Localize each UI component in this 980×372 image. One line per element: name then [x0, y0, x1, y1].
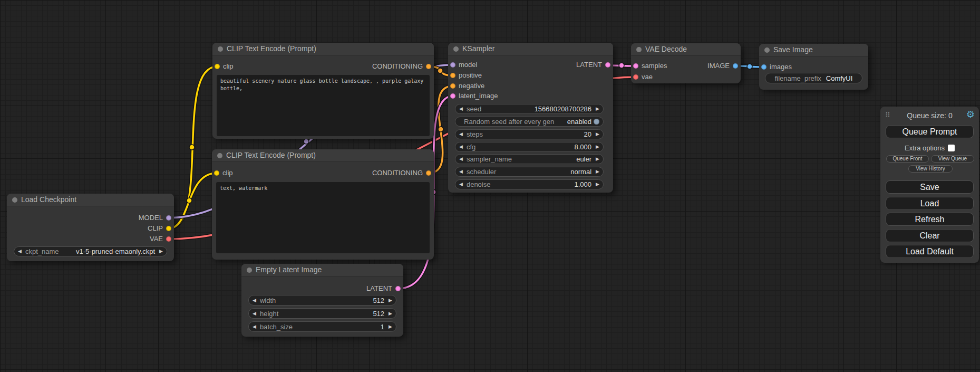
link-midpoint-dot: [304, 139, 309, 144]
node-save-image[interactable]: Save Image images filename_prefix ComfyU…: [759, 44, 868, 90]
widget-value: v1-5-pruned-emaonly.ckpt: [76, 247, 155, 255]
queue-front-button[interactable]: Queue Front: [886, 155, 929, 163]
decrement-arrow-icon[interactable]: ◀: [459, 157, 463, 161]
random-seed-toggle-widget[interactable]: Random seed after every gen enabled: [455, 117, 604, 127]
height-widget[interactable]: ◀ height 512 ▶: [248, 308, 396, 319]
view-history-button[interactable]: View History: [908, 165, 953, 173]
collapse-dot-icon[interactable]: [764, 47, 770, 53]
node-clip-text-encode-negative[interactable]: CLIP Text Encode (Prompt) clip CONDITION…: [212, 149, 434, 260]
latent-image-input-slot: latent_image: [448, 92, 613, 100]
model-input-port[interactable]: [450, 62, 455, 68]
queue-panel-header: ⠿ Queue size: 0 ⚙: [880, 111, 979, 121]
extra-options-label: Extra options: [905, 144, 945, 152]
collapse-dot-icon[interactable]: [12, 197, 17, 203]
conditioning-output-port[interactable]: [426, 64, 431, 69]
width-widget[interactable]: ◀ width 512 ▶: [248, 295, 396, 306]
collapse-dot-icon[interactable]: [217, 153, 222, 158]
node-title: KSampler: [448, 43, 613, 55]
queue-size-label: Queue size: 0: [880, 111, 979, 120]
positive-prompt-textarea[interactable]: beautiful scenery nature glass bottle la…: [217, 75, 430, 136]
clip-input-port[interactable]: [214, 170, 219, 176]
link-midpoint-dot: [619, 63, 624, 68]
node-graph-canvas[interactable]: Load Checkpoint MODEL CLIP VAE ◀ ckpt_na…: [0, 0, 980, 372]
refresh-button[interactable]: Refresh: [886, 213, 974, 226]
images-input-slot: images: [759, 63, 868, 71]
decrement-arrow-icon[interactable]: ◀: [459, 145, 463, 149]
positive-input-port[interactable]: [450, 73, 455, 78]
increment-arrow-icon[interactable]: ▶: [596, 157, 599, 161]
vae-input-port[interactable]: [633, 74, 638, 80]
view-queue-button[interactable]: View Queue: [931, 155, 974, 163]
toggle-dot-icon[interactable]: [594, 119, 599, 125]
vae-output-port[interactable]: [166, 236, 171, 242]
ckpt-name-widget[interactable]: ◀ ckpt_name v1-5-pruned-emaonly.ckpt ▶: [14, 246, 167, 256]
load-button[interactable]: Load: [886, 197, 974, 210]
decrement-arrow-icon[interactable]: ◀: [459, 107, 463, 111]
node-title: Load Checkpoint: [7, 194, 174, 206]
link-midpoint-dot: [187, 198, 192, 203]
negative-prompt-textarea[interactable]: text, watermark: [216, 182, 430, 253]
link-midpoint-dot: [747, 64, 752, 69]
collapse-dot-icon[interactable]: [247, 268, 252, 273]
node-load-checkpoint[interactable]: Load Checkpoint MODEL CLIP VAE ◀ ckpt_na…: [7, 194, 174, 261]
node-empty-latent-image[interactable]: Empty Latent Image LATENT ◀ width 512 ▶ …: [241, 264, 403, 337]
negative-input-port[interactable]: [450, 83, 455, 89]
cfg-widget[interactable]: ◀ cfg 8.000 ▶: [455, 142, 604, 152]
increment-arrow-icon[interactable]: ▶: [389, 325, 392, 329]
seed-widget[interactable]: ◀ seed 156680208700286 ▶: [455, 104, 604, 114]
conditioning-output-port[interactable]: [426, 170, 431, 176]
samples-input-slot: samples IMAGE: [631, 62, 741, 70]
latent-output-slot: LATENT: [241, 284, 403, 293]
extra-options-row: Extra options: [880, 145, 979, 152]
increment-arrow-icon[interactable]: ▶: [596, 145, 599, 149]
node-ksampler[interactable]: KSampler model LATENT positive negative …: [448, 43, 613, 193]
scheduler-widget[interactable]: ◀ scheduler normal ▶: [455, 167, 604, 177]
decrement-arrow-icon[interactable]: ◀: [459, 182, 463, 187]
collapse-dot-icon[interactable]: [636, 47, 642, 52]
save-button[interactable]: Save: [886, 180, 974, 194]
gear-icon[interactable]: ⚙: [966, 110, 975, 119]
sampler-name-widget[interactable]: ◀ sampler_name euler ▶: [455, 154, 604, 164]
clear-button[interactable]: Clear: [886, 229, 974, 242]
model-output-slot: MODEL: [7, 214, 174, 222]
queue-prompt-button[interactable]: Queue Prompt: [886, 125, 974, 138]
increment-arrow-icon[interactable]: ▶: [596, 107, 599, 111]
increment-arrow-icon[interactable]: ▶: [159, 249, 163, 254]
latent-output-port[interactable]: [605, 62, 610, 68]
decrement-arrow-icon[interactable]: ◀: [459, 169, 463, 174]
node-title: Save Image: [759, 44, 868, 56]
extra-options-checkbox[interactable]: [948, 145, 955, 151]
samples-input-port[interactable]: [633, 63, 638, 69]
decrement-arrow-icon[interactable]: ◀: [253, 298, 256, 303]
image-output-port[interactable]: [733, 63, 738, 69]
decrement-arrow-icon[interactable]: ◀: [18, 249, 22, 254]
increment-arrow-icon[interactable]: ▶: [389, 298, 392, 303]
load-default-button[interactable]: Load Default: [886, 245, 974, 258]
latent-image-input-port[interactable]: [450, 93, 455, 99]
node-clip-text-encode-positive[interactable]: CLIP Text Encode (Prompt) clip CONDITION…: [212, 43, 434, 139]
filename-prefix-widget[interactable]: filename_prefix ComfyUI: [765, 73, 862, 83]
queue-panel[interactable]: ⠿ Queue size: 0 ⚙ Queue Prompt Extra opt…: [880, 107, 979, 263]
decrement-arrow-icon[interactable]: ◀: [459, 132, 463, 137]
denoise-widget[interactable]: ◀ denoise 1.000 ▶: [455, 179, 604, 189]
clip-output-slot: CLIP: [7, 224, 174, 233]
increment-arrow-icon[interactable]: ▶: [596, 169, 599, 174]
batch-size-widget[interactable]: ◀ batch_size 1 ▶: [248, 321, 396, 332]
clip-output-port[interactable]: [166, 226, 171, 231]
node-vae-decode[interactable]: VAE Decode samples IMAGE vae: [631, 43, 741, 83]
increment-arrow-icon[interactable]: ▶: [389, 311, 392, 316]
steps-widget[interactable]: ◀ steps 20 ▶: [455, 129, 604, 139]
clip-input-port[interactable]: [215, 64, 220, 69]
collapse-dot-icon[interactable]: [453, 46, 459, 52]
model-output-port[interactable]: [166, 215, 171, 221]
vae-input-slot: vae: [631, 73, 741, 81]
increment-arrow-icon[interactable]: ▶: [596, 182, 599, 187]
decrement-arrow-icon[interactable]: ◀: [253, 325, 256, 329]
increment-arrow-icon[interactable]: ▶: [596, 132, 599, 137]
latent-output-port[interactable]: [395, 286, 401, 291]
vae-output-slot: VAE: [7, 235, 174, 243]
images-input-port[interactable]: [761, 64, 766, 70]
link-midpoint-dot: [438, 68, 443, 73]
decrement-arrow-icon[interactable]: ◀: [253, 311, 256, 316]
collapse-dot-icon[interactable]: [218, 46, 223, 52]
